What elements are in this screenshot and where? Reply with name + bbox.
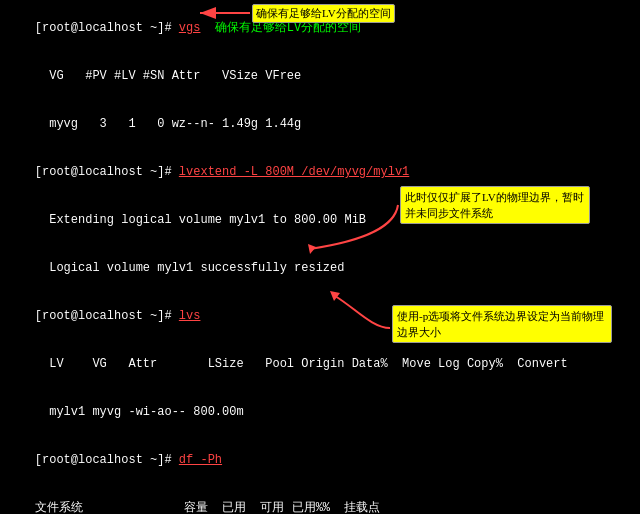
line-11: 文件系统 容量 已用 可用 已用%% 挂载点 <box>6 484 634 514</box>
line-6: Logical volume mylv1 successfully resize… <box>6 244 634 292</box>
cmd-vgs: vgs <box>179 21 201 35</box>
line-9: mylv1 myvg -wi-ao-- 800.00m <box>6 388 634 436</box>
line-10: [root@localhost ~]# df -Ph <box>6 436 634 484</box>
cmd-lvs: lvs <box>179 309 201 323</box>
line-2: VG #PV #LV #SN Attr VSize VFree <box>6 52 634 100</box>
line-8: LV VG Attr LSize Pool Origin Data% Move … <box>6 340 634 388</box>
prompt-1: [root@localhost ~]# <box>35 21 179 35</box>
annotation-resize2fs: 使用-p选项将文件系统边界设定为当前物理边界大小 <box>392 305 612 343</box>
annotation-vgs: 确保有足够给LV分配的空间 <box>252 4 395 23</box>
line-3: myvg 3 1 0 wz--n- 1.49g 1.44g <box>6 100 634 148</box>
cmd-df1: df -Ph <box>179 453 222 467</box>
terminal-window: [root@localhost ~]# vgs 确保有足够给LV分配的空间 VG… <box>0 0 640 514</box>
cmd-lvextend: lvextend -L 800M /dev/myvg/mylv1 <box>179 165 409 179</box>
annotation-lv-border: 此时仅仅扩展了LV的物理边界，暂时并未同步文件系统 <box>400 186 590 224</box>
